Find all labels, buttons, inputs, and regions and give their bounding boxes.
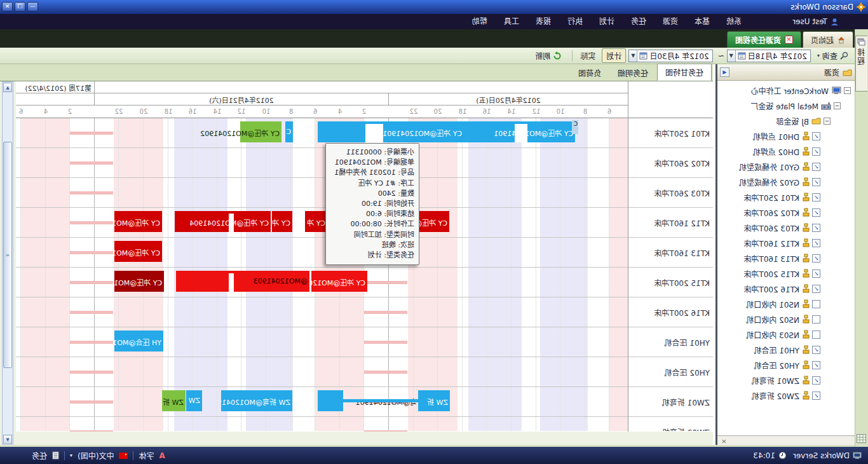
scroll-up-button[interactable]: ▲: [3, 83, 12, 92]
task-bar[interactable]: ZW 折: [418, 390, 450, 411]
tab-close-icon[interactable]: ✕: [785, 36, 793, 44]
tree-node[interactable]: ✓YH02 压合机: [717, 357, 855, 372]
task-bar[interactable]: CY 冲压@MO12041902: [240, 121, 281, 142]
view-tab[interactable]: 任务甘特图: [657, 64, 712, 81]
tree-node[interactable]: −BJ 钣金部: [717, 113, 855, 128]
tree-node[interactable]: ✓GY02 外桶成型机: [717, 174, 855, 189]
scroll-down-button[interactable]: ▼: [3, 435, 12, 444]
menu-item[interactable]: 系统: [718, 14, 750, 29]
tree-checkbox[interactable]: ✓: [812, 224, 820, 232]
tree-expander-icon[interactable]: −: [824, 118, 831, 125]
tree-checkbox[interactable]: ✓: [812, 285, 820, 293]
tree-node[interactable]: ✓DH02 点焊机: [717, 144, 855, 159]
task-bar[interactable]: CY 冲压@MO12041901: [464, 121, 575, 142]
tree-expander-icon[interactable]: −: [844, 87, 851, 94]
tree-node[interactable]: NS02 内收口机: [717, 311, 855, 327]
tree-checkbox[interactable]: ✓: [812, 270, 820, 278]
menu-item[interactable]: 计划: [591, 14, 623, 29]
panel-close-icon[interactable]: ✕: [721, 438, 726, 445]
tree-checkbox[interactable]: ✓: [812, 193, 820, 201]
view-tab[interactable]: 负荷图: [571, 65, 609, 81]
gantt-rows-area: CY 冲压@MO12041901CY 冲压@MO12041901CCCY 冲压@…: [16, 118, 628, 431]
task-bar[interactable]: ZW 折弯@MO12041901: [221, 390, 292, 411]
tree-checkbox[interactable]: ✓: [812, 208, 820, 217]
tree-checkbox[interactable]: ✓: [812, 254, 820, 263]
vertical-scroll-thumb[interactable]: ≡: [3, 142, 12, 368]
task-bar[interactable]: CY 冲压@MO1: [114, 241, 162, 262]
menu-item[interactable]: 执行: [559, 14, 591, 29]
view-tab[interactable]: 任务明细: [610, 65, 656, 81]
plan-toggle-button[interactable]: 计划: [602, 48, 626, 63]
tree-node[interactable]: NS03 内收口机: [717, 327, 855, 342]
tree-node[interactable]: ✓KT03 260T冲床: [717, 220, 855, 235]
actual-toggle-button[interactable]: 实际: [576, 49, 599, 62]
tree-checkbox[interactable]: ✓: [812, 376, 820, 385]
task-status-label[interactable]: 任务: [32, 450, 47, 461]
task-bar[interactable]: ZW: [186, 390, 202, 411]
tree-node[interactable]: −Metal Plate 钣金厂: [717, 98, 855, 113]
task-bar[interactable]: CY 冲压@MO1: [114, 211, 162, 232]
tree-checkbox[interactable]: ✓: [812, 346, 820, 354]
tab-resource-task-view[interactable]: ✕ 资源任务视图: [727, 31, 801, 48]
tree-node[interactable]: ✓YH01 压合机: [717, 342, 855, 357]
tab-start-page[interactable]: 起始页: [803, 31, 853, 48]
tree-node[interactable]: ✓DH01 点焊机: [717, 128, 855, 144]
tree-node[interactable]: ✓ZW02 折弯机: [717, 388, 855, 403]
date-to-dropdown[interactable]: ▼: [629, 50, 637, 62]
date-from-dropdown[interactable]: ▼: [728, 50, 736, 62]
tree-node[interactable]: ✓KT12 160T冲床: [717, 235, 855, 250]
task-bar[interactable]: CY 冲压@MO12041901: [318, 121, 464, 142]
task-bar[interactable]: C: [572, 120, 578, 134]
tree-checkbox[interactable]: [812, 331, 820, 339]
tree-checkbox[interactable]: ✓: [812, 361, 820, 369]
tree-checkbox[interactable]: [812, 300, 820, 308]
grid-icon[interactable]: [857, 434, 866, 443]
tree-node[interactable]: NS01 内收口机: [717, 296, 855, 311]
tree-node[interactable]: ✓ZW01 折弯机: [717, 372, 855, 388]
close-button[interactable]: ✕: [2, 2, 13, 11]
tree-node[interactable]: −WorkCenter 工作中心: [717, 83, 855, 98]
task-bar[interactable]: ZW 折: [162, 390, 186, 411]
tree-node[interactable]: ✓KT13 160T冲床: [717, 250, 855, 266]
vertical-scrollbar[interactable]: ▲ ▼ ≡: [2, 81, 13, 446]
date-to-field[interactable]: 2012年 4月30日 ▼: [628, 50, 712, 62]
collapsed-panel-tab[interactable]: 排程: [855, 36, 867, 92]
language-status-label[interactable]: 中文(中国): [78, 450, 114, 461]
task-bar[interactable]: CY 冲: [305, 211, 327, 232]
tree-checkbox[interactable]: ✓: [812, 147, 820, 156]
tree-node[interactable]: ✓GY01 外桶成型机: [717, 159, 855, 174]
tree-checkbox[interactable]: ✓: [812, 392, 820, 400]
refresh-button[interactable]: 刷新: [531, 49, 566, 62]
tree-checkbox[interactable]: ✓: [812, 239, 820, 247]
task-bar[interactable]: @MO12041903: [176, 271, 309, 292]
menu-item[interactable]: 资源: [654, 14, 686, 29]
language-dropdown-arrow[interactable]: ▾: [70, 453, 72, 458]
tree-node[interactable]: ✓KT15 200T冲床: [717, 266, 855, 281]
task-bar[interactable]: CY 冲: [272, 211, 292, 232]
menu-item[interactable]: 任务: [623, 14, 654, 29]
tree-node[interactable]: ✓KT02 260T冲床: [717, 205, 855, 220]
query-button[interactable]: 查询 ▾: [813, 49, 852, 62]
tree-expander-icon[interactable]: −: [834, 102, 841, 109]
minimize-button[interactable]: —: [27, 2, 38, 11]
tree-checkbox[interactable]: ✓: [812, 163, 820, 171]
date-from-field[interactable]: 2012年 4月18日 ▼: [727, 50, 811, 62]
task-bar[interactable]: C: [285, 121, 293, 142]
menu-item[interactable]: 帮助: [464, 14, 496, 29]
task-bar[interactable]: YH 压合@MO1: [114, 331, 163, 351]
task-bar[interactable]: CY 冲压@MO12041904: [175, 211, 271, 232]
task-bar[interactable]: CY 冲压@MO1: [114, 271, 164, 292]
restore-button[interactable]: ❐: [15, 2, 25, 11]
menu-item[interactable]: 工具: [496, 14, 527, 29]
tree-checkbox[interactable]: ✓: [812, 132, 820, 140]
tree-node[interactable]: ✓KT01 250T冲床: [717, 189, 855, 205]
panel-collapse-button[interactable]: ◀: [720, 67, 729, 77]
tree-checkbox[interactable]: ✓: [812, 178, 820, 186]
tree-checkbox[interactable]: [812, 315, 820, 324]
task-bar[interactable]: CY 冲压@MO12041903: [311, 271, 367, 292]
font-status-label[interactable]: 字体: [139, 450, 154, 461]
menu-item[interactable]: 报表: [527, 14, 559, 29]
tree-node[interactable]: ✓KT16 200T冲床: [717, 281, 855, 296]
menu-item[interactable]: 基本: [686, 14, 718, 29]
task-bar[interactable]: [318, 390, 343, 411]
